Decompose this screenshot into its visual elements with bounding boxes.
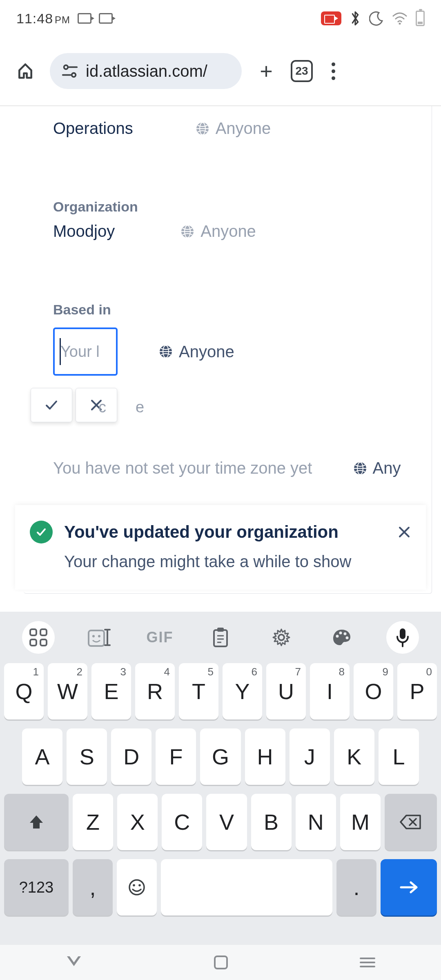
voice-input-button[interactable] (386, 621, 419, 654)
globe-icon (353, 461, 368, 476)
success-check-icon (30, 521, 53, 543)
key-b[interactable]: B (251, 794, 292, 850)
svg-point-29 (336, 635, 339, 638)
svg-point-19 (98, 635, 100, 637)
key-h[interactable]: H (245, 728, 285, 785)
key-m[interactable]: M (340, 794, 381, 850)
key-k[interactable]: K (334, 728, 374, 785)
timezone-visibility[interactable]: Any (353, 459, 401, 477)
period-key[interactable]: . (336, 859, 376, 915)
soft-keyboard: GIF Q1W2E3R4T5Y6U7I8O9P0 ASDFGHJKL ZXCVB… (0, 612, 441, 945)
key-j[interactable]: J (290, 728, 330, 785)
theme-button[interactable] (325, 621, 358, 654)
browser-menu-button[interactable] (325, 62, 341, 80)
symbols-key[interactable]: ?123 (4, 859, 69, 915)
close-icon (397, 525, 411, 539)
tabs-button[interactable]: 23 (291, 60, 313, 82)
key-y[interactable]: Y6 (223, 663, 262, 719)
key-u[interactable]: U7 (266, 663, 306, 719)
nav-back-button[interactable] (66, 956, 82, 969)
svg-point-1 (64, 65, 68, 69)
toast-subtitle: Your change might take a while to show (64, 552, 411, 571)
confirm-button[interactable] (31, 388, 72, 422)
browser-toolbar: id.atlassian.com/ + 23 (0, 37, 441, 106)
key-e[interactable]: E3 (91, 663, 131, 719)
operations-value[interactable]: Operations (53, 119, 133, 138)
svg-point-28 (278, 635, 284, 640)
emoji-icon (128, 878, 146, 896)
camera-icon (78, 13, 91, 24)
key-i[interactable]: I8 (310, 663, 350, 719)
url-text: id.atlassian.com/ (86, 62, 207, 80)
settings-button[interactable] (265, 621, 298, 654)
svg-point-36 (133, 884, 135, 886)
url-bar[interactable]: id.atlassian.com/ (50, 53, 242, 89)
clipboard-button[interactable] (204, 621, 237, 654)
svg-point-37 (138, 884, 141, 886)
svg-rect-23 (214, 630, 227, 646)
svg-point-3 (72, 73, 76, 77)
grid-icon (29, 628, 47, 646)
nav-home-button[interactable] (214, 956, 228, 969)
screen-record-icon (321, 11, 341, 25)
shift-key[interactable] (4, 794, 69, 850)
new-tab-button[interactable]: + (254, 59, 278, 83)
plus-icon: + (260, 58, 273, 84)
space-key[interactable] (161, 859, 332, 915)
clipboard-icon (212, 627, 229, 648)
key-f[interactable]: F (156, 728, 196, 785)
svg-point-0 (399, 23, 401, 25)
toast-close-button[interactable] (397, 525, 411, 539)
key-q[interactable]: Q1 (4, 663, 44, 719)
key-s[interactable]: S (67, 728, 107, 785)
key-c[interactable]: C (162, 794, 202, 850)
emoji-key[interactable] (117, 859, 157, 915)
key-p[interactable]: P0 (397, 663, 437, 719)
key-z[interactable]: Z (73, 794, 113, 850)
toast-notification: You've updated your organization Your ch… (15, 505, 426, 590)
timezone-empty-text[interactable]: You have not set your time zone yet (53, 459, 312, 477)
sticker-button[interactable] (83, 621, 116, 654)
key-r[interactable]: R4 (135, 663, 175, 719)
svg-point-35 (129, 880, 144, 895)
palette-icon (332, 628, 352, 647)
organization-visibility[interactable]: Anyone (180, 222, 256, 241)
backspace-key[interactable] (385, 794, 437, 850)
key-o[interactable]: O9 (354, 663, 393, 719)
key-t[interactable]: T5 (179, 663, 218, 719)
key-g[interactable]: G (200, 728, 241, 785)
svg-point-32 (346, 637, 349, 639)
dnd-moon-icon (369, 11, 384, 26)
nav-recent-button[interactable] (360, 958, 375, 967)
key-n[interactable]: N (296, 794, 336, 850)
svg-rect-17 (89, 630, 104, 646)
key-a[interactable]: A (22, 728, 62, 785)
toast-title: You've updated your organization (64, 522, 386, 542)
text-cursor (60, 338, 61, 365)
keyboard-apps-button[interactable] (22, 621, 55, 654)
key-v[interactable]: V (206, 794, 247, 850)
operations-visibility[interactable]: Anyone (195, 119, 271, 138)
gif-button[interactable]: GIF (143, 621, 176, 654)
arrow-right-icon (399, 880, 419, 895)
basedin-visibility[interactable]: Anyone (158, 343, 234, 361)
key-l[interactable]: L (379, 728, 419, 785)
camera-icon (99, 13, 113, 24)
organization-value[interactable]: Moodjoy (53, 222, 115, 241)
key-d[interactable]: D (111, 728, 151, 785)
mic-icon (396, 628, 410, 647)
svg-point-31 (344, 633, 347, 635)
basedin-input[interactable]: Your l (53, 327, 118, 376)
svg-rect-33 (400, 628, 405, 639)
key-w[interactable]: W2 (48, 663, 87, 719)
bluetooth-icon (350, 10, 361, 27)
enter-key[interactable] (381, 859, 437, 915)
backspace-icon (400, 814, 422, 830)
page-content: Operations Anyone Organization Moodjoy A… (0, 106, 441, 607)
basedin-label: Based in (53, 302, 415, 318)
browser-home-button[interactable] (13, 59, 38, 83)
key-x[interactable]: X (117, 794, 158, 850)
globe-icon (195, 121, 210, 136)
comma-key[interactable]: , (73, 859, 113, 915)
android-nav-bar (0, 945, 441, 980)
